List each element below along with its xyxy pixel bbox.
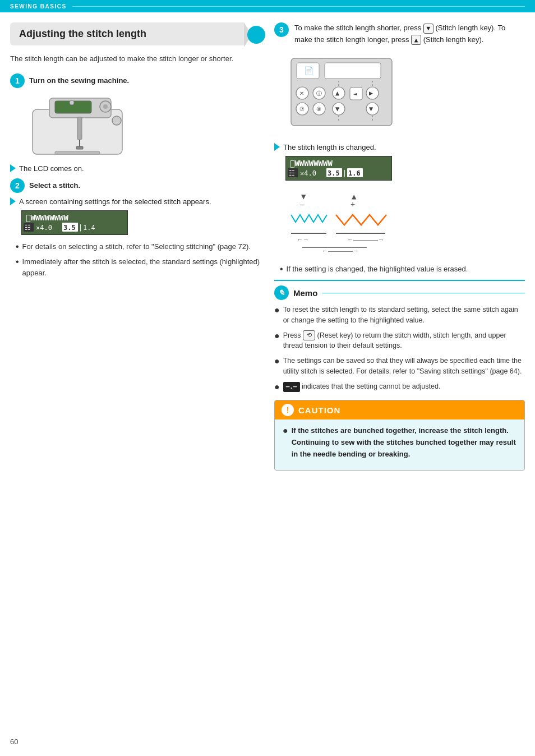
svg-point-4: [103, 104, 108, 109]
svg-text:✕4.0: ✕4.0: [36, 224, 52, 232]
svg-text:📄: 📄: [304, 66, 314, 76]
svg-text:3.5: 3.5: [63, 224, 76, 232]
svg-point-10: [112, 116, 121, 125]
svg-text:◄: ◄: [353, 90, 357, 98]
section-label: SEWING BASICS: [10, 3, 67, 10]
step-1-header: 1 Turn on the sewing machine.: [10, 73, 261, 88]
memo-line: [322, 293, 525, 293]
reset-key-icon: ⟲: [303, 330, 315, 340]
lcd-svg-step2: WWWWWWWW ☷ ✕4.0 3.5 | 1.4: [21, 210, 128, 235]
svg-point-9: [70, 100, 74, 105]
bullet-text-step3: If the setting is changed, the highlight…: [287, 264, 468, 275]
svg-text:+: +: [350, 200, 355, 209]
lcd-display-step2: WWWWWWWW ☷ ✕4.0 3.5 | 1.4: [21, 210, 261, 237]
right-column: 3 To make the stitch length shorter, pre…: [274, 22, 525, 471]
svg-rect-8: [55, 151, 100, 154]
svg-text:–: –: [300, 200, 305, 209]
caution-content: ● If the stitches are bunched together, …: [275, 420, 524, 470]
memo-icon: ✎: [274, 285, 289, 300]
bullet-icon: •: [16, 256, 19, 278]
top-bar: SEWING BASICS: [0, 0, 535, 12]
step-2-header: 2 Select a stitch.: [10, 178, 261, 193]
memo-header: ✎ Memo: [274, 285, 525, 300]
svg-text:☷: ☷: [25, 224, 31, 232]
page-number: 60: [10, 737, 18, 746]
svg-rect-21: [325, 63, 381, 79]
step-3-header: 3 To make the stitch length shorter, pre…: [274, 22, 525, 46]
result-arrow-2-icon: [10, 197, 16, 205]
svg-text:ⓘ: ⓘ: [316, 90, 322, 96]
svg-text:⑧: ⑧: [316, 106, 321, 112]
caution-title: CAUTION: [298, 405, 340, 415]
svg-rect-7: [76, 146, 83, 149]
page-title: Adjusting the stitch length: [19, 28, 146, 40]
svg-text:←→: ←→: [297, 236, 309, 243]
stitch-diagram: ▼ – ▲ + ←→ ←————→: [280, 187, 525, 259]
caution-list: ● If the stitches are bunched together, …: [283, 425, 516, 460]
svg-text:←————→: ←————→: [347, 236, 384, 243]
step-1-circle: 1: [10, 73, 25, 88]
memo-bullet-icon: ●: [274, 330, 280, 352]
svg-text:✕: ✕: [299, 90, 304, 96]
memo-item-3: ● The settings can be saved so that they…: [274, 356, 525, 377]
sewing-machine-svg: [21, 93, 133, 160]
memo-item-2: ● Press ⟲ (Reset key) to return the stit…: [274, 330, 525, 352]
bullet-item: • For details on selecting a stitch, ref…: [16, 241, 261, 252]
step-3-bullets: • If the setting is changed, the highlig…: [280, 264, 525, 275]
step-1-result: The LCD comes on.: [10, 164, 261, 173]
step-2-result-text: A screen containing settings for the sel…: [19, 197, 211, 206]
lcd-svg-step3: WWWWWWWW ☷ ✕4.0 3.5 | 1.6: [285, 156, 392, 181]
svg-text:|: |: [343, 169, 347, 177]
stitch-key-shorter: ▼: [423, 24, 433, 34]
svg-text:1.6: 1.6: [348, 169, 361, 177]
step3-text-part3: (Stitch length key).: [423, 35, 484, 44]
bullet-item: • Immediately after the stitch is select…: [16, 256, 261, 278]
memo-box: ✎ Memo ● To reset the stitch length to i…: [274, 280, 525, 392]
step-3-result: The stitch length is changed.: [274, 143, 525, 151]
top-bar-line: [72, 6, 525, 7]
memo-item-4: ● –.– indicates that the setting cannot …: [274, 381, 525, 393]
section-title-box: Adjusting the stitch length: [10, 22, 244, 45]
memo-text-2: Press ⟲ (Reset key) to return the stitch…: [283, 330, 525, 352]
control-panel-illustration: 📄 ✕ ⓘ ▲ ◄ ▶ ⑦: [285, 53, 398, 133]
step3-text-part1: To make the stitch length shorter, press: [294, 24, 423, 32]
svg-text:✕4.0: ✕4.0: [300, 169, 316, 177]
svg-text:3.5: 3.5: [328, 169, 340, 177]
svg-text:▶: ▶: [369, 89, 373, 97]
bullet-icon: •: [16, 241, 19, 252]
step-2-label: Select a stitch.: [29, 181, 80, 190]
caution-icon: !: [282, 404, 294, 416]
step-2-circle: 2: [10, 178, 25, 193]
caution-header: ! CAUTION: [275, 400, 524, 420]
svg-text:1.4: 1.4: [83, 224, 95, 232]
intro-text: The stitch length can be adjusted to mak…: [10, 53, 261, 64]
svg-text:▼: ▼: [335, 105, 340, 113]
result-arrow-icon: [10, 164, 16, 172]
memo-bullet-icon: ●: [274, 356, 280, 377]
svg-text:WWWWWWWW: WWWWWWWW: [290, 159, 333, 168]
step-2-result: A screen containing settings for the sel…: [10, 197, 261, 206]
dash-indicator: –.–: [283, 382, 300, 393]
svg-text:⑦: ⑦: [299, 106, 305, 112]
memo-item-1: ● To reset the stitch length to its stan…: [274, 305, 525, 326]
svg-text:▲: ▲: [335, 89, 340, 97]
svg-rect-5: [77, 117, 82, 140]
step-3-text: To make the stitch length shorter, press…: [294, 22, 525, 46]
svg-text:▼: ▼: [369, 105, 373, 113]
control-panel-svg: 📄 ✕ ⓘ ▲ ◄ ▶ ⑦: [285, 53, 398, 131]
svg-text:WWWWWWWW: WWWWWWWW: [26, 213, 68, 222]
bullet-text: For details on selecting a stitch, refer…: [22, 241, 251, 252]
svg-text:←————→: ←————→: [322, 247, 359, 253]
left-column: Adjusting the stitch length The stitch l…: [10, 22, 261, 471]
step-3-circle: 3: [274, 22, 289, 37]
caution-bullet-icon: ●: [283, 425, 288, 460]
step-1-label: Turn on the sewing machine.: [29, 76, 129, 85]
memo-text-3: The settings can be saved so that they w…: [283, 356, 525, 377]
svg-text:|: |: [79, 224, 82, 232]
caution-item-1: ● If the stitches are bunched together, …: [283, 425, 516, 460]
step-1-result-text: The LCD comes on.: [19, 164, 84, 173]
page-container: SEWING BASICS Adjusting the stitch lengt…: [0, 0, 535, 756]
caution-text-1: If the stitches are bunched together, in…: [292, 425, 516, 460]
memo-bullet-icon: ●: [274, 381, 280, 393]
step-3-result-text: The stitch length is changed.: [283, 143, 376, 151]
